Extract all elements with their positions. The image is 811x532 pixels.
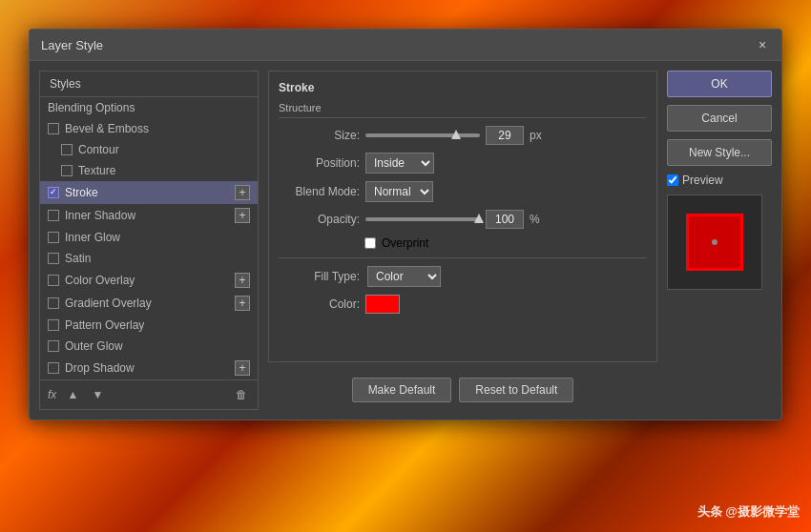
opacity-slider-thumb[interactable] (474, 214, 484, 223)
position-row: Position: Inside Outside Center (279, 153, 647, 174)
sidebar-item-blending-options[interactable]: Blending Options (40, 97, 258, 118)
stroke-label: Stroke (65, 186, 98, 199)
color-overlay-label: Color Overlay (65, 274, 135, 287)
gradient-overlay-add-button[interactable]: + (235, 296, 250, 311)
fill-type-label: Fill Type: (279, 270, 360, 283)
opacity-input[interactable] (486, 210, 524, 229)
preview-canvas (667, 194, 762, 290)
size-input[interactable] (486, 126, 524, 145)
cancel-button[interactable]: Cancel (667, 105, 772, 132)
dialog-body: Styles Blending Options Bevel & Emboss C… (30, 61, 781, 419)
stroke-section: Stroke Structure Size: px Position: (268, 71, 657, 362)
preview-checkbox[interactable] (667, 174, 678, 186)
middle-panel: Stroke Structure Size: px Position: (268, 71, 657, 410)
opacity-unit: % (530, 213, 540, 226)
stroke-checkbox[interactable] (48, 187, 59, 198)
fx-label: fx (48, 388, 56, 401)
inner-shadow-checkbox[interactable] (48, 210, 59, 221)
texture-label: Texture (78, 164, 115, 177)
right-panel: OK Cancel New Style... Preview (667, 71, 772, 410)
move-up-button[interactable]: ▲ (64, 386, 81, 403)
make-default-button[interactable]: Make Default (352, 378, 452, 402)
gradient-overlay-checkbox[interactable] (48, 297, 59, 309)
size-unit: px (530, 129, 542, 142)
close-button[interactable]: × (755, 37, 770, 52)
blend-mode-label: Blend Mode: (279, 185, 360, 198)
size-slider-thumb[interactable] (451, 130, 461, 139)
move-down-button[interactable]: ▼ (89, 386, 106, 403)
sidebar-item-inner-glow[interactable]: Inner Glow (40, 227, 258, 248)
drop-shadow-checkbox[interactable] (48, 362, 59, 374)
overprint-checkbox[interactable] (364, 237, 376, 249)
sidebar-item-texture[interactable]: Texture (40, 160, 258, 181)
styles-header: Styles (40, 72, 258, 97)
bevel-emboss-checkbox[interactable] (48, 123, 59, 134)
sidebar-item-satin[interactable]: Satin (40, 248, 258, 269)
left-panel-toolbar: fx ▲ ▼ 🗑 (40, 379, 258, 409)
satin-checkbox[interactable] (48, 253, 59, 264)
sidebar-item-bevel-emboss[interactable]: Bevel & Emboss (40, 118, 258, 139)
sidebar-item-pattern-overlay[interactable]: Pattern Overlay (40, 315, 258, 336)
ok-button[interactable]: OK (667, 71, 772, 97)
sidebar-item-stroke[interactable]: Stroke + (40, 181, 258, 204)
preview-section: Preview (667, 174, 772, 187)
delete-button[interactable]: 🗑 (233, 386, 250, 403)
left-panel: Styles Blending Options Bevel & Emboss C… (39, 71, 259, 410)
overprint-row: Overprint (364, 236, 647, 250)
opacity-slider[interactable] (365, 217, 480, 221)
preview-inner (686, 214, 743, 271)
reset-default-button[interactable]: Reset to Default (459, 378, 573, 402)
sidebar-item-drop-shadow[interactable]: Drop Shadow + (40, 357, 258, 379)
inner-glow-label: Inner Glow (65, 231, 120, 244)
blend-mode-select[interactable]: Normal Multiply Screen (365, 181, 433, 202)
color-overlay-add-button[interactable]: + (235, 273, 250, 288)
satin-label: Satin (65, 252, 91, 265)
color-overlay-checkbox[interactable] (48, 275, 59, 286)
stroke-add-button[interactable]: + (235, 185, 250, 200)
inner-shadow-label: Inner Shadow (65, 209, 135, 222)
drop-shadow-label: Drop Shadow (65, 361, 135, 375)
size-row: Size: px (279, 126, 647, 145)
sidebar-item-outer-glow[interactable]: Outer Glow (40, 336, 258, 357)
outer-glow-label: Outer Glow (65, 339, 123, 353)
section-title: Stroke (279, 81, 647, 94)
blend-mode-row: Blend Mode: Normal Multiply Screen (279, 181, 647, 202)
inner-glow-checkbox[interactable] (48, 232, 59, 243)
color-row: Color: (279, 295, 647, 314)
contour-label: Contour (78, 143, 119, 156)
preview-label: Preview (682, 174, 723, 187)
fill-type-row: Fill Type: Color Gradient Pattern (279, 257, 647, 287)
preview-dot (712, 239, 717, 245)
title-bar: Layer Style × (30, 30, 781, 61)
texture-checkbox[interactable] (61, 165, 73, 176)
pattern-overlay-checkbox[interactable] (48, 319, 59, 331)
pattern-overlay-label: Pattern Overlay (65, 318, 144, 332)
opacity-row: Opacity: % (279, 210, 647, 229)
bevel-emboss-label: Bevel & Emboss (65, 122, 149, 135)
sidebar-item-color-overlay[interactable]: Color Overlay + (40, 269, 258, 292)
layer-list: Blending Options Bevel & Emboss Contour … (40, 97, 258, 379)
size-label: Size: (279, 129, 360, 142)
sub-section-title: Structure (279, 102, 647, 118)
bottom-buttons: Make Default Reset to Default (268, 370, 657, 410)
drop-shadow-add-button[interactable]: + (235, 360, 250, 376)
position-label: Position: (279, 156, 360, 170)
size-slider-container (365, 133, 480, 137)
color-label: Color: (279, 297, 360, 311)
gradient-overlay-label: Gradient Overlay (65, 297, 152, 310)
sidebar-item-inner-shadow[interactable]: Inner Shadow + (40, 204, 258, 227)
contour-checkbox[interactable] (61, 144, 73, 155)
watermark: 头条 @摄影微学堂 (697, 503, 800, 521)
blending-options-label: Blending Options (48, 101, 135, 114)
position-select[interactable]: Inside Outside Center (365, 153, 434, 174)
size-slider-track[interactable] (365, 133, 480, 137)
sidebar-item-gradient-overlay[interactable]: Gradient Overlay + (40, 292, 258, 315)
new-style-button[interactable]: New Style... (667, 139, 772, 166)
sidebar-item-contour[interactable]: Contour (40, 139, 258, 160)
outer-glow-checkbox[interactable] (48, 340, 59, 352)
fill-type-select[interactable]: Color Gradient Pattern (367, 266, 441, 287)
color-swatch[interactable] (365, 295, 400, 314)
inner-shadow-add-button[interactable]: + (235, 208, 250, 223)
overprint-label: Overprint (382, 236, 428, 250)
dialog-title: Layer Style (41, 38, 103, 52)
